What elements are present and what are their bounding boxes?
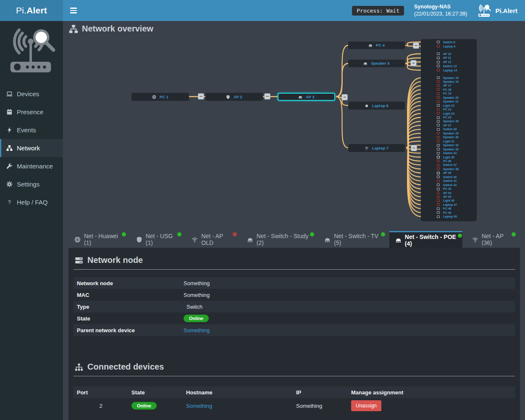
device-label: PC 49 xyxy=(443,211,451,214)
diagram-node-laptop6[interactable]: Laptop 6 xyxy=(348,102,405,110)
divider xyxy=(74,269,515,270)
device-list-item[interactable]: AP 11 xyxy=(421,56,477,60)
device-list-item[interactable]: Laptop 50 xyxy=(421,215,477,219)
collapse-button[interactable]: − xyxy=(264,93,270,100)
device-icon xyxy=(437,52,440,55)
sidebar-item-label: Help / FAQ xyxy=(17,199,47,206)
sidebar-item-presence[interactable]: Presence xyxy=(0,103,63,121)
tab-net-usg-1[interactable]: Net - USG (1) xyxy=(130,231,182,248)
tab-label: Net - Huawei (1) xyxy=(84,233,121,246)
device-icon xyxy=(437,188,440,190)
device-list-item[interactable]: Switch 8 xyxy=(421,40,477,44)
device-label: Speaker 29 xyxy=(443,132,459,135)
device-icon xyxy=(437,57,440,59)
sidebar-item-help[interactable]: Help / FAQ xyxy=(0,193,63,211)
sidebar-item-label: Maintenance xyxy=(17,163,53,170)
node-label: Speaker 5 xyxy=(371,61,389,66)
sidebar-item-devices[interactable]: Devices xyxy=(0,85,63,103)
diagram-node-ap2[interactable]: AP 2 xyxy=(205,93,263,101)
device-icon xyxy=(437,76,440,79)
device-icon xyxy=(437,148,440,150)
diagram-node-laptop7[interactable]: Laptop 7 xyxy=(348,144,405,152)
device-label: AP 45 xyxy=(443,195,451,198)
sidebar-item-events[interactable]: Events xyxy=(0,121,63,139)
device-label: Light 31 xyxy=(443,140,454,143)
diagram-node-speaker5[interactable]: Speaker 5 xyxy=(348,60,405,67)
detail-row-mac: MACSomething xyxy=(74,289,515,301)
diagram-node-pc1[interactable]: PC 1 xyxy=(131,93,189,101)
device-label: PC 43 xyxy=(443,187,451,190)
tab-net-ap-old[interactable]: Net - AP OLD xyxy=(186,231,237,248)
network-node-section-title: Network node xyxy=(75,255,514,265)
shield-icon xyxy=(226,95,230,99)
diagram-node-ap3[interactable]: AP 3 xyxy=(278,93,335,101)
hub-icon xyxy=(324,236,331,243)
device-list-item[interactable]: Laptop 9 xyxy=(421,44,477,48)
device-icon xyxy=(437,160,440,162)
diagram-node-pc4[interactable]: PC 4 xyxy=(348,42,405,49)
sidebar-item-label: Presence xyxy=(17,108,43,116)
sidebar-item-network[interactable]: Network xyxy=(0,139,63,157)
device-label: Speaker 16 xyxy=(443,80,459,83)
device-icon xyxy=(437,152,440,155)
collapse-button[interactable]: − xyxy=(411,145,417,151)
app-logo[interactable]: Pi.Alert xyxy=(477,4,517,17)
tab-net-switch-tv-5[interactable]: Net - Switch - TV (5) xyxy=(318,231,385,248)
hierarchy-icon xyxy=(75,363,83,371)
brand-logo[interactable]: Pi.Alert xyxy=(0,0,63,21)
device-icon xyxy=(437,108,440,111)
hostname-link[interactable]: Something xyxy=(186,403,212,409)
detail-row-network-node: Network nodeSomething xyxy=(74,277,515,289)
tab-net-huawei-1[interactable]: Net - Huawei (1) xyxy=(68,231,126,248)
column-header-ip: IP xyxy=(293,389,348,396)
device-list-item[interactable]: AP 12 xyxy=(421,60,477,64)
device-icon xyxy=(437,184,440,186)
host-info: Synology-NAS (22/01/2023, 16:27:39) xyxy=(414,3,467,18)
node-label: Laptop 6 xyxy=(372,104,388,108)
sidebar-item-settings[interactable]: Settings xyxy=(0,175,63,193)
node-label: AP 2 xyxy=(234,95,242,99)
collapse-button[interactable]: − xyxy=(413,42,419,49)
brand-suffix: Alert xyxy=(26,5,47,16)
collapse-button[interactable]: − xyxy=(410,60,417,66)
connected-devices-section-title: Connected devices xyxy=(75,362,514,372)
node-label: PC 1 xyxy=(160,95,168,99)
state-badge: Online xyxy=(131,402,157,410)
tab-net-switch-study-2[interactable]: Net - Switch - Study (2) xyxy=(241,231,315,248)
detail-value: Something xyxy=(184,292,210,298)
hamburger-menu-icon[interactable] xyxy=(70,0,87,21)
parent-device-link[interactable]: Something xyxy=(184,327,210,333)
sidebar-item-label: Devices xyxy=(17,90,39,97)
status-dot xyxy=(310,232,314,236)
node-label: PC 4 xyxy=(376,43,385,47)
device-label: AP 11 xyxy=(443,56,451,59)
server-icon xyxy=(75,256,83,265)
device-icon xyxy=(437,200,440,202)
host-name: Synology-NAS xyxy=(414,3,467,10)
bolt-icon xyxy=(6,127,13,133)
device-label: Speaker 15 xyxy=(443,76,459,79)
detail-label: Type xyxy=(74,304,184,310)
sidebar-item-maintenance[interactable]: Maintenance xyxy=(0,157,63,175)
node-label: AP 3 xyxy=(306,95,315,99)
unassign-button[interactable]: Unassign xyxy=(351,400,381,411)
detail-row-parent-network-device: Parent network deviceSomething xyxy=(74,324,515,336)
device-list-item[interactable]: Switch 13 xyxy=(421,64,477,68)
device-list-item[interactable]: AP 10 xyxy=(421,52,477,56)
node-label: Laptop 7 xyxy=(372,146,388,150)
tab-content-panel: Network node Network nodeSomethingMACSom… xyxy=(68,248,520,420)
device-list-item[interactable]: Laptop 14 xyxy=(421,68,477,72)
process-status-badge: Process: Wait xyxy=(352,6,404,16)
collapse-button[interactable]: − xyxy=(198,93,204,100)
device-icon xyxy=(437,84,440,87)
device-label: AP 44 xyxy=(443,192,451,194)
tab-net-ap-36[interactable]: Net - AP (36) xyxy=(466,231,516,248)
tab-net-switch-poe-4[interactable]: Net - Switch - POE (4) xyxy=(389,231,462,248)
device-label: Speaker 33 xyxy=(443,148,459,151)
question-icon xyxy=(6,199,13,205)
status-dot xyxy=(458,234,462,238)
device-label: PC 48 xyxy=(443,207,451,210)
globe-icon xyxy=(74,236,81,243)
sidebar-menu: DevicesPresenceEventsNetworkMaintenanceS… xyxy=(0,85,63,211)
collapse-button[interactable]: − xyxy=(341,94,348,100)
